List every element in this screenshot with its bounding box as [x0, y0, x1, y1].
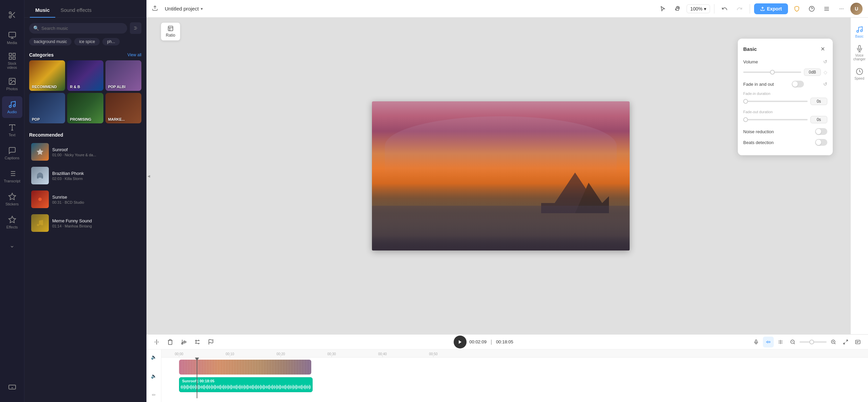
sidebar-item-effects-label: Effects [6, 225, 18, 229]
crop-button[interactable] [192, 337, 203, 347]
zoom-chevron-icon: ▾ [704, 6, 706, 12]
sidebar-item-text[interactable]: Text [2, 119, 22, 141]
filter-button[interactable] [130, 22, 141, 34]
search-input[interactable] [29, 23, 127, 34]
zoom-timeline-slider[interactable] [800, 341, 827, 343]
category-pop[interactable]: POP ALBI [105, 60, 141, 91]
svg-line-74 [794, 343, 795, 344]
sidebar-item-transcript[interactable]: Transcript [2, 165, 22, 187]
category-recommend[interactable]: RECOMMEND [29, 60, 65, 91]
fade-out-slider[interactable] [743, 119, 808, 120]
zoom-display[interactable]: 100% ▾ [687, 4, 710, 13]
category-pop2[interactable]: POP [29, 93, 65, 123]
tab-music[interactable]: Music [30, 3, 55, 18]
export-button[interactable]: Export [754, 3, 788, 14]
waveform-bar [233, 386, 233, 388]
view-all-button[interactable]: View all [127, 53, 141, 57]
noise-reduction-toggle[interactable] [815, 128, 827, 135]
tag-ice-spice[interactable]: ice spice [74, 38, 100, 45]
split-tool-button[interactable] [151, 337, 162, 347]
volume-restore-icon[interactable]: ↺ [823, 59, 827, 64]
tab-sound-effects[interactable]: Sound effects [55, 3, 97, 18]
volume-icon-track2[interactable]: 🔈 [151, 373, 157, 379]
center-content: Untitled project ▾ 100% ▾ [146, 0, 868, 402]
basic-panel: Basic ✕ Volume ↺ 0dB ◇ [738, 39, 833, 155]
waveform-bar [231, 385, 231, 389]
video-clip[interactable] [179, 360, 311, 375]
sidebar-item-effects[interactable]: Effects [2, 212, 22, 233]
volume-slider[interactable] [743, 72, 801, 73]
panel-scroll: Categories View all RECOMMEND R & B POP … [24, 49, 146, 402]
svg-point-44 [41, 223, 43, 225]
sidebar-item-scissors[interactable] [2, 4, 22, 26]
collapse-handle[interactable]: ◀ [146, 18, 151, 334]
waveform-bar [294, 385, 294, 389]
time-ruler: 00:00 00:10 00:20 00:30 00:40 00:50 [161, 349, 868, 358]
export-label: Export [767, 6, 782, 12]
tag-ph[interactable]: ph... [102, 38, 120, 45]
mic-button[interactable] [751, 337, 762, 347]
fade-restore-icon[interactable]: ↺ [823, 81, 827, 87]
fade-in-slider[interactable] [743, 101, 808, 102]
sidebar-item-stickers[interactable]: Stickers [2, 188, 22, 210]
track-item-meme[interactable]: Meme Funny Sound 01:14 · Manhoa Bintang [29, 212, 141, 235]
play-button[interactable] [454, 336, 467, 348]
recommended-title: Recommended [29, 132, 63, 138]
right-tool-speed[interactable]: Speed [852, 64, 867, 84]
align-button[interactable] [775, 337, 786, 347]
fade-toggle[interactable] [792, 81, 804, 87]
fade-out-section: Fade-out duration 0s [743, 110, 827, 123]
zoom-out-button[interactable] [787, 337, 798, 347]
trim-button[interactable] [178, 337, 189, 347]
sidebar-item-stock[interactable]: Stockvideos [2, 50, 22, 72]
cursor-tool-button[interactable] [657, 3, 669, 15]
track-item-phonk[interactable]: Brazillian Phonk 02:03 · Killa Storm [29, 164, 141, 187]
undo-button[interactable] [718, 3, 731, 15]
zoom-in-button[interactable] [828, 337, 839, 347]
audio-clip[interactable]: Sunroof | 00:18:05 [179, 377, 313, 392]
volume-icon-track1[interactable]: 🔈 [151, 354, 157, 360]
menu-icon[interactable] [821, 3, 833, 15]
track-info-meme: Meme Funny Sound 01:14 · Manhoa Bintang [52, 218, 139, 228]
more-button[interactable]: ··· [835, 3, 848, 15]
svg-line-3 [13, 16, 15, 18]
category-market[interactable]: MARKE... [105, 93, 141, 123]
close-basic-panel-button[interactable]: ✕ [818, 44, 827, 54]
sidebar-item-photos[interactable]: Photos [2, 73, 22, 95]
category-promising-label: PROMISING [70, 117, 91, 121]
timeline-right-tools [751, 337, 863, 347]
edit-icon-track2[interactable]: ✏ [152, 392, 156, 398]
waveform-bar [229, 385, 229, 389]
volume-diamond-icon[interactable]: ◇ [824, 69, 827, 75]
help-icon[interactable] [806, 3, 818, 15]
sidebar-item-captions[interactable]: Captions [2, 142, 22, 164]
track-item-sunrise[interactable]: Sunrise 00:31 · BCD Studio [29, 188, 141, 211]
shield-icon[interactable] [791, 3, 803, 15]
tag-background-music[interactable]: background music [29, 38, 72, 45]
avatar[interactable]: U [850, 3, 863, 15]
delete-button[interactable] [165, 337, 176, 347]
fullscreen-button[interactable] [840, 337, 851, 347]
sidebar-item-expand[interactable]: ⌄ [2, 235, 22, 256]
current-time: 00:02:09 [469, 339, 487, 344]
flag-button[interactable] [205, 337, 216, 347]
subtitle-button[interactable] [852, 337, 863, 347]
audio-waves-button[interactable] [763, 337, 774, 347]
sidebar-item-audio[interactable]: Audio [2, 96, 22, 118]
waveform-bar [306, 386, 307, 388]
ratio-button[interactable]: Ratio [161, 22, 180, 41]
category-randb[interactable]: R & B [67, 60, 103, 91]
save-icon[interactable] [152, 5, 158, 13]
track-thumb-meme [31, 214, 49, 232]
beats-detection-toggle[interactable] [815, 139, 827, 146]
project-name-area[interactable]: Untitled project ▾ [165, 6, 203, 12]
track-item-sunroof[interactable]: Sunroof 01:00 · Nicky Youre & da... [29, 140, 141, 163]
redo-button[interactable] [733, 3, 746, 15]
right-tool-voice-changer[interactable]: Voicechanger [852, 43, 867, 63]
sidebar-item-keyboard[interactable] [2, 376, 22, 398]
waveform-bar [262, 386, 263, 388]
category-promising[interactable]: PROMISING [67, 93, 103, 123]
right-tool-basic[interactable]: Basic [852, 22, 867, 42]
sidebar-item-media[interactable]: Media [2, 27, 22, 49]
hand-tool-button[interactable] [672, 3, 684, 15]
